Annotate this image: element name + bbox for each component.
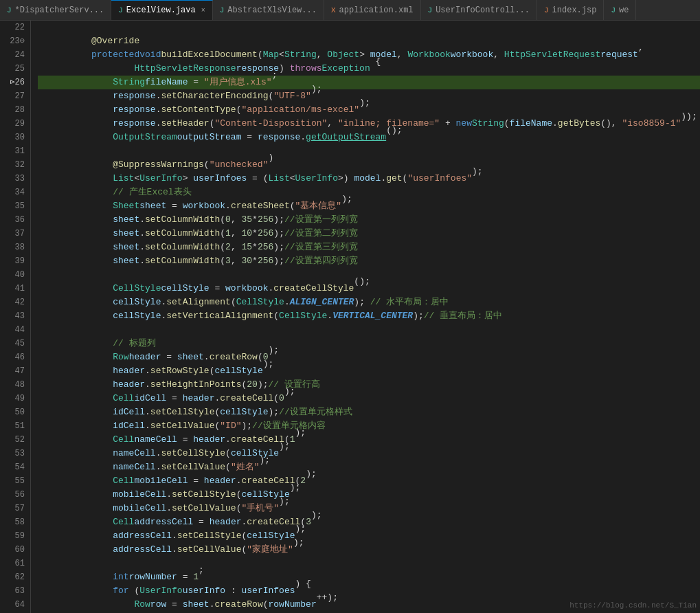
code-line-24: protected void buildExcelDocument(Map<St… <box>38 48 700 62</box>
line-num-28: 28 <box>5 103 25 117</box>
tab-bar: J *DispatcherServ... J ExcelView.java × … <box>0 0 700 21</box>
line-num-51: 51 <box>5 419 25 433</box>
line-num-64: 64 <box>5 598 25 612</box>
line-num-41: 41 <box>5 282 25 296</box>
code-line-62: int rowNumber = 1; <box>38 570 700 584</box>
code-line-33: List<UserInfo> userInfoes = (List<UserIn… <box>38 172 700 186</box>
code-area[interactable]: @Override protected void buildExcelDocum… <box>31 21 700 613</box>
code-line-41: CellStyle cellStyle = workbook.createCel… <box>38 282 700 296</box>
line-num-22: 22 <box>5 21 25 34</box>
line-num-57: 57 <box>5 502 25 515</box>
line-num-37: 37 <box>5 227 25 241</box>
code-line-28: response.setContentType("application/ms-… <box>38 103 700 117</box>
code-line-34: // 产生Excel表头 <box>38 186 700 199</box>
line-num-43: 43 <box>5 309 25 323</box>
line-num-52: 52 <box>5 433 25 447</box>
line-num-31: 31 <box>5 144 25 158</box>
tab-icon: J <box>611 6 616 14</box>
code-line-43: cellStyle.setVerticalAlignment(CellStyle… <box>38 309 700 323</box>
code-line-46: Row header = sheet.createRow(0); <box>38 350 700 364</box>
tab-icon: J <box>118 6 123 14</box>
line-num-56: 56 <box>5 488 25 502</box>
tab-icon: X <box>331 6 336 14</box>
code-line-58: Cell addressCell = header.createCell(3); <box>38 515 700 529</box>
line-num-47: 47 <box>5 364 25 378</box>
code-line-42: cellStyle.setAlignment(CellStyle.ALIGN_C… <box>38 296 700 309</box>
line-num-40: 40 <box>5 268 25 282</box>
tab-icon: J <box>544 6 549 14</box>
code-line-25: HttpServletResponse response) throws Exc… <box>38 62 700 76</box>
line-num-44: 44 <box>5 323 25 337</box>
code-line-50: idCell.setCellStyle(cellStyle);//设置单元格样式 <box>38 405 700 419</box>
line-num-29: 29 <box>5 117 25 131</box>
code-line-39: sheet.setColumnWidth(3, 30*256);//设置第四列列… <box>38 254 700 268</box>
line-num-49: 49 <box>5 392 25 405</box>
line-num-63: 63 <box>5 584 25 598</box>
tab-appxml[interactable]: X application.xml <box>324 0 421 20</box>
code-line-32: @SuppressWarnings("unchecked") <box>38 158 700 172</box>
code-line-38: sheet.setColumnWidth(2, 15*256);//设置第三列列… <box>38 241 700 254</box>
line-num-45: 45 <box>5 337 25 350</box>
code-line-53: nameCell.setCellStyle(cellStyle); <box>38 447 700 460</box>
code-line-44 <box>38 323 700 337</box>
code-line-37: sheet.setColumnWidth(1, 10*256);//设置第二列列… <box>38 227 700 241</box>
editor-area: 22 23⊖ 24 25 ⊳26 27 28 29 30 31 32 33 34… <box>0 21 700 613</box>
line-num-33: 33 <box>5 172 25 186</box>
line-num-60: 60 <box>5 543 25 557</box>
code-line-54: nameCell.setCellValue("姓名"); <box>38 460 700 474</box>
tab-abstractxls[interactable]: J AbstractXlsView... <box>213 0 324 20</box>
line-numbers: 22 23⊖ 24 25 ⊳26 27 28 29 30 31 32 33 34… <box>0 21 31 613</box>
tab-excelview[interactable]: J ExcelView.java × <box>111 0 212 20</box>
tab-we[interactable]: J we <box>604 0 636 20</box>
close-icon[interactable]: × <box>201 7 205 14</box>
code-line-49: Cell idCell = header.createCell(0); <box>38 392 700 405</box>
line-num-61: 61 <box>5 557 25 570</box>
code-line-60: addressCell.setCellValue("家庭地址"); <box>38 543 700 557</box>
line-num-53: 53 <box>5 447 25 460</box>
line-num-58: 58 <box>5 515 25 529</box>
code-line-63: for (UserInfo userInfo : userInfoes) { <box>38 584 700 598</box>
line-num-23: 23⊖ <box>5 34 25 48</box>
line-num-34: 34 <box>5 186 25 199</box>
line-num-59: 59 <box>5 529 25 543</box>
line-num-39: 39 <box>5 254 25 268</box>
code-line-47: header.setRowStyle(cellStyle); <box>38 364 700 378</box>
line-num-35: 35 <box>5 199 25 213</box>
code-line-36: sheet.setColumnWidth(0, 35*256);//设置第一列列… <box>38 213 700 227</box>
watermark: https://blog.csdn.net/S_Tian <box>569 601 697 610</box>
code-line-45: // 标题列 <box>38 337 700 350</box>
tab-indexjsp[interactable]: J index.jsp <box>537 0 604 20</box>
tab-label: *DispatcherServ... <box>15 5 104 15</box>
tab-icon: J <box>220 6 225 14</box>
line-num-26: ⊳26 <box>5 76 25 89</box>
tab-label: AbstractXlsView... <box>227 5 317 15</box>
code-line-48: header.setHeightInPoints(20);// 设置行高 <box>38 378 700 392</box>
tab-label: index.jsp <box>552 5 597 15</box>
line-num-55: 55 <box>5 474 25 488</box>
line-num-38: 38 <box>5 241 25 254</box>
line-num-46: 46 <box>5 350 25 364</box>
line-num-24: 24 <box>5 48 25 62</box>
code-line-52: Cell nameCell = header.createCell(1); <box>38 433 700 447</box>
line-num-50: 50 <box>5 405 25 419</box>
tab-label: application.xml <box>339 5 414 15</box>
line-num-42: 42 <box>5 296 25 309</box>
code-line-22 <box>38 21 700 34</box>
tab-label: ExcelView.java <box>126 5 196 15</box>
tab-dispatcher[interactable]: J *DispatcherServ... <box>0 0 111 20</box>
code-line-56: mobileCell.setCellStyle(cellStyle); <box>38 488 700 502</box>
line-num-27: 27 <box>5 89 25 103</box>
line-num-32: 32 <box>5 158 25 172</box>
code-line-30: OutputStream outputStream = response.get… <box>38 131 700 144</box>
code-line-61 <box>38 557 700 570</box>
line-num-54: 54 <box>5 460 25 474</box>
code-line-29: response.setHeader("Content-Disposition"… <box>38 117 700 131</box>
tab-userinfo[interactable]: J UserInfoControll... <box>421 0 537 20</box>
line-num-36: 36 <box>5 213 25 227</box>
tab-label: UserInfoControll... <box>436 5 530 15</box>
code-line-23: @Override <box>38 34 700 48</box>
tab-label: we <box>619 5 629 15</box>
code-line-59: addressCell.setCellStyle(cellStyle); <box>38 529 700 543</box>
code-line-57: mobileCell.setCellValue("手机号"); <box>38 502 700 515</box>
code-line-26: String fileName = "用户信息.xls"; <box>38 76 700 89</box>
